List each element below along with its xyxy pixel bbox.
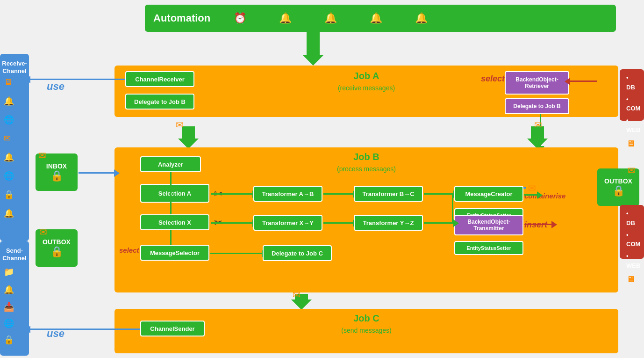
automation-bar: Automation ⏰ 🔔 🔔 🔔 🔔 xyxy=(145,5,616,32)
arrow-transAB-to-transBC xyxy=(323,193,354,195)
delegate-job-b-right-box: Delegate to Job B xyxy=(505,98,569,114)
red-box-top-com: • COM xyxy=(626,95,637,114)
delegate-job-c-box: Delegate to Job C xyxy=(263,245,332,261)
transformer-bc-box: Transformer B→C xyxy=(354,186,423,202)
send-channel-label: Send- Channel xyxy=(1,247,28,262)
listener-icon-2: 🔔 xyxy=(324,12,337,24)
outbox-lock-icon: 🔒 xyxy=(612,185,625,197)
red-box-top-web: • WEB xyxy=(626,116,637,135)
sc-icon-2: 🔔 xyxy=(4,285,14,295)
job-a-title: Job A (receive messages) xyxy=(338,70,395,93)
diagram-container: Automation ⏰ 🔔 🔔 🔔 🔔 Job A (receive mess… xyxy=(0,0,644,358)
selection-x-box: Selection X xyxy=(140,214,209,230)
mail-icon-outbox-right: ✉ xyxy=(628,165,636,176)
listener-icon-1: 🔔 xyxy=(279,12,292,24)
mail-icon-1: ✉ xyxy=(176,119,184,131)
arrow-msgselector-to-delegateC xyxy=(210,253,263,254)
mail-icon-3: ✉ xyxy=(528,183,536,194)
red-box-bottom: • DB • COM • WEB 🖥 xyxy=(620,205,644,259)
arrow-backend-trans-to-red xyxy=(524,224,552,225)
delegate-job-b-left-box: Delegate to Job B xyxy=(125,94,194,110)
rc-icon-2: 🔔 xyxy=(4,96,14,106)
arrow-selX-to-transXY xyxy=(211,222,253,224)
red-box-bottom-com: • COM xyxy=(626,230,637,250)
transformer-yz-box: Transformer Y→Z xyxy=(354,215,423,231)
select-label-1: select xyxy=(481,74,505,84)
entity-status-setter-2-box: EntityStatusSetter xyxy=(454,241,523,255)
rc-icon-6: 🌐 xyxy=(4,171,14,181)
mail-icon-inbox: ✉ xyxy=(38,150,46,161)
red-box-bottom-icon: 🖥 xyxy=(626,273,637,286)
arrow-outbox-right-to-channel xyxy=(523,187,526,189)
sc-icon-3: 📥 xyxy=(4,302,14,312)
rc-icon-7: 🔒 xyxy=(4,190,14,200)
arrow-recv-channel-to-chanrecv xyxy=(29,79,125,80)
rc-icon-3: 🌐 xyxy=(4,115,14,125)
backend-object-transmitter-box: BackendObject- Transmitter xyxy=(454,215,523,235)
mail-icon-2: ✉ xyxy=(534,119,542,131)
transformer-xy-box: Transformer X→Y xyxy=(253,215,322,231)
use-label-1: use xyxy=(47,80,64,93)
sc-icon-4: 🌐 xyxy=(4,318,14,329)
horiz-to-backendTrans xyxy=(424,222,454,224)
alarm-icon: ⏰ xyxy=(234,12,246,24)
message-creator-box: MessageCreator xyxy=(454,186,523,202)
channel-receiver-box: ChannelReceiver xyxy=(125,71,194,87)
transformer-ab-box: Transformer A→B xyxy=(253,186,322,202)
automation-title: Automation xyxy=(153,12,210,24)
rc-icon-1: 🖥 xyxy=(4,77,12,87)
arrow-to-selX xyxy=(170,172,172,217)
arrow-transBC-to-msgCreator xyxy=(424,193,454,195)
select-label-2: select xyxy=(119,246,139,254)
automation-icons: ⏰ 🔔 🔔 🔔 🔔 xyxy=(234,12,428,24)
red-box-bottom-db: • DB xyxy=(626,209,637,228)
channel-sender-box: ChannelSender xyxy=(140,321,205,336)
red-box-top: • DB • COM • WEB 🖥 xyxy=(620,69,644,121)
mail-icon-4: ✉ xyxy=(293,289,301,300)
arrow-auto-to-joba xyxy=(305,32,322,66)
outbox-left-lock-icon: 🔒 xyxy=(50,246,63,258)
listener-icon-4: 🔔 xyxy=(415,12,428,24)
job-b-title: Job B (process messages) xyxy=(337,151,396,174)
receive-channel-label: Receive- Channel xyxy=(1,60,28,74)
rc-icon-8: 🔔 xyxy=(4,208,14,219)
inbox-lock-icon: 🔒 xyxy=(50,170,63,182)
red-box-top-db: • DB xyxy=(626,73,637,93)
sc-icon-1: 📁 xyxy=(4,267,14,277)
job-c-title: Job C (send messages) xyxy=(341,313,391,335)
arrow-red-to-backend xyxy=(570,80,597,82)
arrow-inbox-to-jobb xyxy=(79,172,115,174)
sc-icon-5: 🔒 xyxy=(4,335,14,345)
message-selector-box: MessageSelector xyxy=(140,245,209,261)
arrow-to-outbox-right xyxy=(524,194,538,196)
arrow-sela-to-transAB xyxy=(211,193,253,195)
arrow-transXY-to-transYZ xyxy=(323,222,354,224)
analyzer-box: Analyzer xyxy=(140,156,201,172)
rc-icon-4: ✉ xyxy=(4,133,11,144)
red-box-top-icon: 🖥 xyxy=(626,137,637,151)
selection-a-box: Selection A xyxy=(140,184,209,203)
arrow-sender-to-sendchannel xyxy=(29,329,140,330)
red-box-bottom-web: • WEB xyxy=(626,251,637,271)
mail-icon-outbox-left: ✉ xyxy=(39,226,47,238)
listener-icon-3: 🔔 xyxy=(370,12,382,24)
rc-icon-5: 🔔 xyxy=(4,152,14,162)
backend-object-retriever-box: BackendObject- Retriever xyxy=(505,71,569,95)
